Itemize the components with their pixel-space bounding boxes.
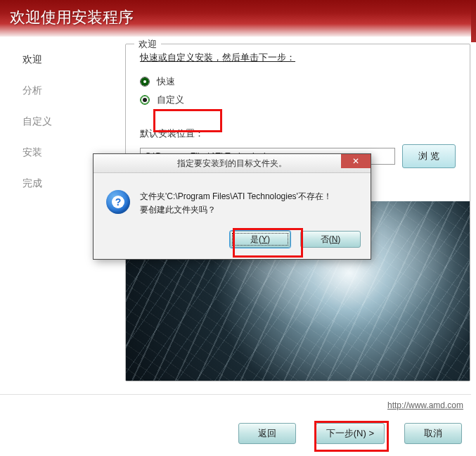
dialog-title: 指定要安装到的目标文件夹。: [177, 158, 287, 170]
radio-express[interactable]: [140, 77, 150, 87]
radio-custom-row[interactable]: 自定义: [140, 94, 456, 106]
vendor-url[interactable]: http://www.amd.com: [0, 400, 463, 410]
sidebar-item-custom[interactable]: 自定义: [22, 115, 125, 128]
info-icon: ?: [106, 190, 130, 214]
window-title: 欢迎使用安装程序: [10, 8, 134, 26]
dialog-actions: 是(Y) 否(N): [94, 227, 371, 259]
no-button[interactable]: 否(N): [300, 231, 361, 248]
window-right-edge: [471, 0, 476, 456]
back-button[interactable]: 返回: [238, 423, 296, 444]
highlight-custom-radio: [153, 109, 222, 132]
instruction-text: 快速或自定义安装，然后单击下一步：: [140, 51, 456, 64]
radio-custom-label: 自定义: [157, 94, 184, 106]
dialog-message: 文件夹'C:\Program Files\ATI Technologies'不存…: [140, 190, 332, 217]
dialog-titlebar: 指定要安装到的目标文件夹。 ✕: [94, 154, 371, 173]
sidebar-item-welcome[interactable]: 欢迎: [22, 53, 125, 66]
radio-express-row[interactable]: 快速: [140, 75, 456, 88]
sidebar-item-analyze[interactable]: 分析: [22, 84, 125, 97]
highlight-yes-button: [233, 228, 303, 258]
footer-buttons: 返回 下一步(N) > 取消: [0, 423, 463, 444]
cancel-button[interactable]: 取消: [404, 423, 462, 444]
radio-express-label: 快速: [157, 75, 175, 88]
dialog-line1: 文件夹'C:\Program Files\ATI Technologies'不存…: [140, 190, 332, 203]
radio-custom[interactable]: [140, 95, 150, 105]
dialog-close-button[interactable]: ✕: [341, 154, 371, 168]
dialog-line2: 要创建此文件夹吗？: [140, 203, 332, 217]
highlight-next-button: [314, 421, 389, 452]
close-icon: ✕: [352, 156, 359, 166]
window-header: 欢迎使用安装程序: [0, 0, 476, 37]
dialog-body: ? 文件夹'C:\Program Files\ATI Technologies'…: [94, 173, 371, 227]
footer: http://www.amd.com 返回 下一步(N) > 取消: [0, 394, 476, 456]
fieldset-legend: 欢迎: [134, 38, 161, 51]
browse-button[interactable]: 浏 览: [402, 144, 456, 168]
create-folder-dialog: 指定要安装到的目标文件夹。 ✕ ? 文件夹'C:\Program Files\A…: [93, 153, 371, 260]
